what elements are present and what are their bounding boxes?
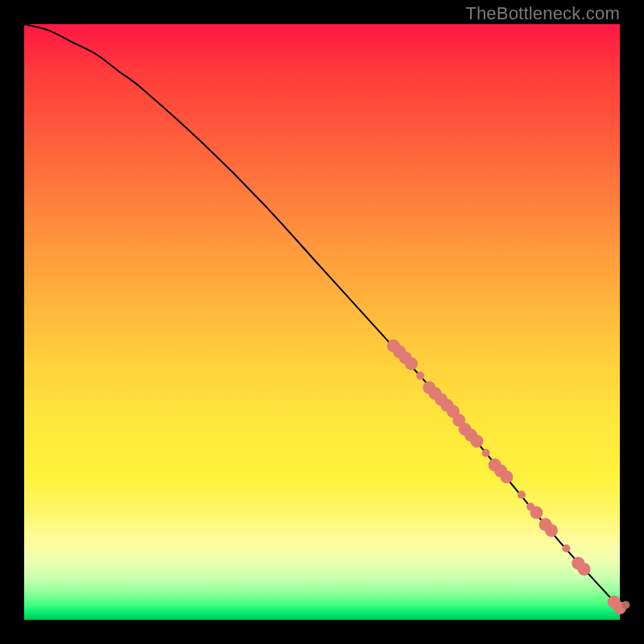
data-point (545, 524, 558, 537)
data-point (518, 491, 526, 499)
data-point (500, 470, 513, 483)
data-point (470, 435, 483, 448)
chart-svg (24, 24, 620, 620)
attribution-label: TheBottleneck.com (465, 3, 620, 24)
data-point (562, 544, 570, 552)
data-point (416, 372, 424, 380)
data-point (405, 357, 418, 370)
plot-area (24, 24, 620, 620)
chart-stage: TheBottleneck.com (0, 0, 644, 644)
data-point (621, 601, 630, 609)
bottleneck-curve-path (24, 24, 620, 608)
data-point (530, 506, 543, 519)
data-point (482, 449, 490, 457)
data-point (578, 563, 591, 576)
